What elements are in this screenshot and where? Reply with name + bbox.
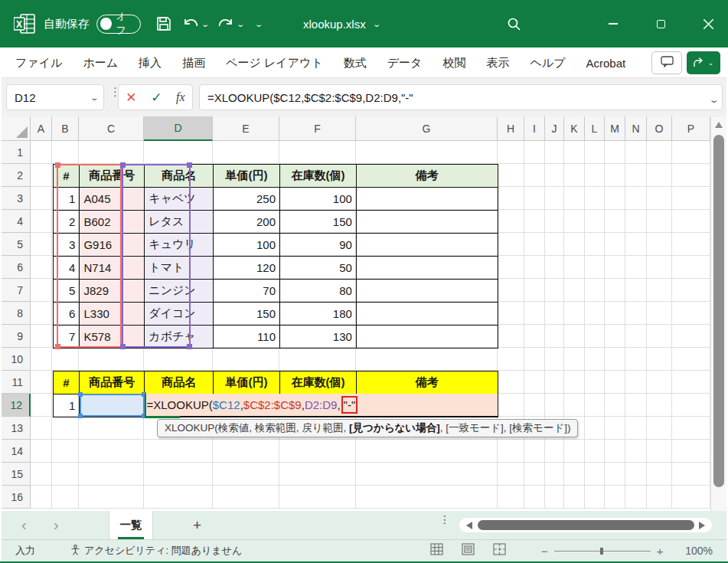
cell-r12c0[interactable]: 1 (54, 394, 80, 417)
column-header-D[interactable]: D (144, 116, 213, 141)
cell-r7c0[interactable]: 5 (54, 280, 80, 303)
row-header-8[interactable]: 8 (2, 302, 31, 325)
cell-r4c2[interactable]: レタス (145, 211, 214, 234)
select-all-corner[interactable] (2, 116, 31, 141)
zoom-in-icon[interactable]: + (657, 545, 664, 558)
page-layout-view-icon[interactable] (462, 543, 475, 558)
formula-bar-expand-chevron-icon[interactable]: ⌄ (708, 95, 719, 105)
ribbon-tab-8[interactable]: 表示 (486, 56, 509, 70)
cell-r7c2[interactable]: ニンジン (145, 280, 214, 303)
insert-function-icon[interactable]: fx (176, 90, 185, 104)
vertical-scrollbar[interactable] (710, 116, 726, 511)
cell-r3c2[interactable]: キャベツ (145, 188, 214, 211)
cell-C12-selection[interactable] (80, 394, 145, 417)
cell-r6c1[interactable]: N714 (80, 257, 145, 280)
row-header-1[interactable]: 1 (2, 141, 31, 164)
column-header-I[interactable]: I (524, 116, 545, 141)
cell-r3c5[interactable] (357, 188, 498, 211)
ribbon-tab-1[interactable]: ホーム (83, 56, 118, 70)
column-header-P[interactable]: P (672, 116, 710, 141)
document-title[interactable]: xlookup.xlsx ⌄ (303, 0, 380, 47)
cell-r6c5[interactable] (357, 257, 498, 280)
cell-r9c5[interactable] (357, 326, 498, 349)
cell-r4c3[interactable]: 200 (214, 211, 280, 234)
formula-input[interactable]: =XLOOKUP($C12,$C$2:$C$9,D2:D9,"-" (199, 84, 723, 110)
column-header-L[interactable]: L (585, 116, 605, 141)
confirm-entry-icon[interactable]: ✓ (151, 90, 162, 106)
autosave-toggle[interactable]: オフ (96, 0, 141, 47)
cell-r3c1[interactable]: A045 (80, 188, 145, 211)
row-header-5[interactable]: 5 (2, 233, 31, 256)
cell-r5c5[interactable] (357, 234, 498, 257)
cell-r6c2[interactable]: トマト (145, 257, 214, 280)
cell-r4c4[interactable]: 150 (280, 211, 357, 234)
sheetbar-kebab-icon[interactable]: ⋮ (439, 517, 450, 522)
cell-r8c2[interactable]: ダイコン (145, 303, 214, 326)
close-button[interactable] (697, 0, 720, 47)
column-header-J[interactable]: J (545, 116, 564, 141)
row-header-12[interactable]: 12 (2, 394, 31, 417)
row-header-9[interactable]: 9 (2, 325, 31, 348)
add-sheet-button[interactable]: + (193, 511, 201, 539)
accessibility-status[interactable]: アクセシビリティ: 問題ありません (70, 544, 242, 558)
undo-dropdown-chevron-icon[interactable]: ⌄ (201, 0, 210, 47)
cell-r6c3[interactable]: 120 (214, 257, 280, 280)
name-box-chevron-icon[interactable]: ⌄ (90, 93, 100, 102)
cell-r3c4[interactable]: 100 (280, 188, 357, 211)
cell-r4c5[interactable] (357, 211, 498, 234)
row-header-15[interactable]: 15 (2, 463, 31, 486)
column-header-K[interactable]: K (564, 116, 585, 141)
cell-r5c3[interactable]: 100 (214, 234, 280, 257)
column-header-N[interactable]: N (625, 116, 647, 141)
column-header-E[interactable]: E (213, 116, 279, 141)
zoom-percentage[interactable]: 100% (685, 545, 713, 557)
name-box[interactable]: D12 ⌄ (6, 84, 104, 110)
scroll-up-arrow-icon[interactable] (715, 122, 723, 128)
ribbon-tab-0[interactable]: ファイル (15, 56, 62, 70)
scroll-left-arrow-icon[interactable] (466, 522, 472, 529)
cell-r6c0[interactable]: 4 (54, 257, 80, 280)
undo-icon[interactable] (182, 0, 199, 47)
ribbon-tab-5[interactable]: 数式 (344, 56, 367, 70)
row-header-4[interactable]: 4 (2, 210, 31, 233)
ribbon-tab-9[interactable]: ヘルプ (530, 56, 565, 70)
cell-D12-formula-editor[interactable]: =XLOOKUP($C12,$C$2:$C$9,D2:D9,"-" (145, 394, 498, 417)
cell-r7c5[interactable] (357, 280, 498, 303)
row-header-3[interactable]: 3 (2, 187, 31, 210)
sheet-nav-prev-icon[interactable]: ‹ (21, 511, 27, 539)
column-header-O[interactable]: O (647, 116, 672, 141)
cell-r8c1[interactable]: L330 (80, 303, 145, 326)
cell-r8c5[interactable] (357, 303, 498, 326)
cell-r4c0[interactable]: 2 (54, 211, 80, 234)
column-header-C[interactable]: C (79, 116, 144, 141)
cell-r9c4[interactable]: 130 (280, 326, 357, 349)
row-header-13[interactable]: 13 (2, 417, 31, 440)
maximize-button[interactable] (649, 0, 672, 47)
row-header-14[interactable]: 14 (2, 440, 31, 463)
cancel-entry-icon[interactable]: ✕ (126, 90, 136, 106)
redo-icon[interactable] (217, 0, 234, 47)
column-header-A[interactable]: A (31, 116, 52, 141)
share-button[interactable]: ⌄ (687, 51, 720, 74)
row-header-6[interactable]: 6 (2, 256, 31, 279)
cell-r8c3[interactable]: 150 (214, 303, 280, 326)
column-header-G[interactable]: G (356, 116, 498, 141)
row-header-16[interactable]: 16 (2, 486, 31, 509)
quick-access-toolbar-chevron-icon[interactable]: ⌄ (254, 0, 263, 47)
sheet-tab-ichiran[interactable]: 一覧 (109, 511, 153, 539)
row-header-2[interactable]: 2 (2, 164, 31, 187)
page-break-preview-icon[interactable] (493, 543, 506, 558)
ribbon-tab-2[interactable]: 挿入 (139, 56, 162, 70)
cell-r5c4[interactable]: 90 (280, 234, 357, 257)
cell-r9c0[interactable]: 7 (54, 326, 80, 349)
column-header-F[interactable]: F (279, 116, 356, 141)
cell-r9c1[interactable]: K578 (80, 326, 145, 349)
cell-r7c4[interactable]: 80 (280, 280, 357, 303)
redo-dropdown-chevron-icon[interactable]: ⌄ (236, 0, 245, 47)
cell-r7c1[interactable]: J829 (80, 280, 145, 303)
ribbon-tab-6[interactable]: データ (387, 56, 423, 70)
row-header-10[interactable]: 10 (2, 348, 31, 371)
cell-r8c0[interactable]: 6 (54, 303, 80, 326)
cell-r9c3[interactable]: 110 (214, 326, 280, 349)
comments-button[interactable] (651, 51, 682, 74)
